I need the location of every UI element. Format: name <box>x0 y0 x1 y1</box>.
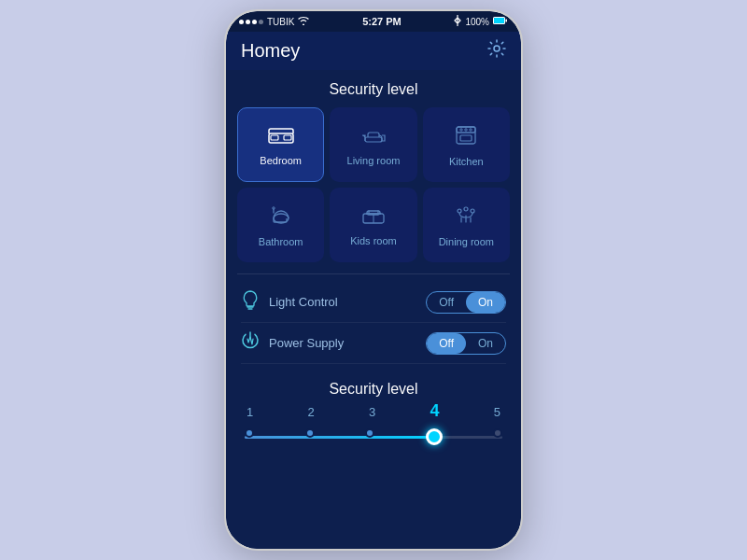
power-icon <box>241 330 260 356</box>
slider-dots <box>245 428 502 445</box>
room-card-dining[interactable]: Dining room <box>423 188 510 262</box>
svg-rect-8 <box>365 137 382 142</box>
svg-point-4 <box>494 46 500 51</box>
svg-point-21 <box>471 209 474 213</box>
level-2-label: 2 <box>307 405 314 421</box>
living-room-label: Living room <box>347 155 401 166</box>
rooms-section-title: Security level <box>226 70 521 107</box>
phone-screen: TUBIK 5:27 PM 100% Homey <box>226 11 521 549</box>
bluetooth-icon <box>454 15 461 28</box>
battery-percent: 100% <box>465 17 489 27</box>
level-3-label: 3 <box>369 405 375 421</box>
svg-point-13 <box>470 128 472 130</box>
slider-container: 1 2 3 4 5 <box>226 405 521 469</box>
power-on-button[interactable]: On <box>466 333 505 354</box>
svg-rect-6 <box>271 135 278 140</box>
level-5-label: 5 <box>494 405 500 421</box>
power-supply-label: Power Supply <box>269 336 344 350</box>
light-control-label: Light Control <box>269 295 338 309</box>
slider-labels: 1 2 3 4 5 <box>245 405 502 421</box>
app-title: Homey <box>241 40 300 62</box>
room-card-bathroom[interactable]: Bathroom <box>237 188 324 262</box>
dining-room-icon <box>454 205 478 231</box>
svg-rect-3 <box>505 20 507 22</box>
carrier-name: TUBIK <box>267 17 294 27</box>
room-card-living[interactable]: Living room <box>330 107 416 182</box>
svg-rect-2 <box>494 18 504 23</box>
svg-point-12 <box>465 128 467 130</box>
svg-point-19 <box>464 207 468 211</box>
level-4-label: 4 <box>430 401 439 421</box>
status-left: TUBIK <box>239 16 309 27</box>
level-1-label: 1 <box>247 405 253 421</box>
living-room-icon <box>360 126 387 150</box>
slider-dot-2 <box>305 428 315 438</box>
security-section-title: Security level <box>226 373 521 405</box>
dot-4 <box>259 20 263 24</box>
controls-section: Light Control Off On <box>226 282 521 364</box>
power-toggle[interactable]: Off On <box>426 332 506 355</box>
power-off-button[interactable]: Off <box>427 333 466 354</box>
kitchen-icon <box>455 125 477 151</box>
light-toggle[interactable]: Off On <box>426 291 506 314</box>
light-control-left: Light Control <box>241 289 338 315</box>
slider-dot-1 <box>245 428 254 438</box>
svg-rect-14 <box>460 135 472 141</box>
security-slider-section: Security level 1 2 3 4 5 <box>226 364 521 469</box>
wifi-icon <box>298 16 309 27</box>
svg-rect-10 <box>457 127 475 133</box>
controls-divider <box>237 273 510 274</box>
app-header: Homey <box>226 32 521 70</box>
bedroom-label: Bedroom <box>260 155 302 166</box>
svg-point-16 <box>272 206 274 208</box>
light-on-button[interactable]: On <box>466 292 505 313</box>
kitchen-label: Kitchen <box>449 156 484 167</box>
dot-3 <box>252 20 257 24</box>
room-card-kids[interactable]: Kids room <box>330 188 416 262</box>
light-off-button[interactable]: Off <box>427 292 466 313</box>
room-card-bedroom[interactable]: Bedroom <box>237 107 324 182</box>
kids-room-icon <box>361 206 386 231</box>
bathroom-icon <box>269 205 293 231</box>
room-card-kitchen[interactable]: Kitchen <box>423 107 510 182</box>
status-bar: TUBIK 5:27 PM 100% <box>226 11 521 32</box>
status-time: 5:27 PM <box>362 16 402 27</box>
dot-1 <box>239 20 244 24</box>
signal-dots <box>239 20 263 24</box>
power-supply-left: Power Supply <box>241 330 344 356</box>
battery-icon <box>493 16 508 27</box>
slider-dot-4 <box>426 428 443 445</box>
svg-point-11 <box>460 128 462 130</box>
light-control-row: Light Control Off On <box>241 282 506 323</box>
dot-2 <box>246 20 250 24</box>
svg-point-20 <box>458 209 461 213</box>
settings-icon[interactable] <box>487 39 506 63</box>
slider-track-wrap[interactable] <box>245 423 502 451</box>
status-right: 100% <box>454 15 508 28</box>
slider-dot-5 <box>493 428 502 438</box>
svg-rect-7 <box>284 135 291 140</box>
power-supply-row: Power Supply Off On <box>241 323 506 364</box>
main-content: Security level Bedroom <box>226 70 521 549</box>
slider-dot-3 <box>365 428 374 438</box>
bulb-icon <box>241 289 260 315</box>
kids-room-label: Kids room <box>350 235 397 246</box>
bathroom-label: Bathroom <box>259 236 303 247</box>
dining-room-label: Dining room <box>439 236 494 247</box>
phone-frame: TUBIK 5:27 PM 100% Homey <box>224 9 523 551</box>
bedroom-icon <box>268 126 294 150</box>
room-grid: Bedroom Living room <box>226 107 521 272</box>
